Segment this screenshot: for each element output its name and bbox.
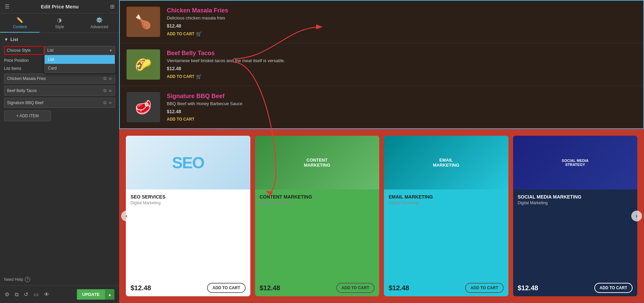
menu-item-0-title: Chicken Masala Fries <box>167 7 637 14</box>
card-content-title: CONTENT MARKETING <box>260 194 375 200</box>
menu-item-2-desc: BBQ Beef with Honey Barbecue Sauce <box>167 101 637 106</box>
card-email: EMAILMARKETING EMAIL MARKETING Digital M… <box>384 136 508 296</box>
tab-content-label: Content <box>13 25 27 29</box>
style-tab-icon: ◑ <box>57 17 62 23</box>
dropdown-item-card[interactable]: Card <box>45 64 115 73</box>
main-content-area: 🍗 Chicken Masala Fries Delicious chicken… <box>119 0 644 303</box>
seo-img-content: SEO <box>126 136 250 189</box>
content-tab-icon: ✏️ <box>16 17 23 23</box>
card-content-price: $12.48 <box>260 284 280 292</box>
menu-item-0-info: Chicken Masala Fries Delicious chicken m… <box>167 7 637 37</box>
list-item-2-copy-icon[interactable]: ⧉ <box>103 100 106 105</box>
menu-item-2-title: Signature BBQ Beef <box>167 93 637 100</box>
card-email-image: EMAILMARKETING <box>384 136 508 189</box>
section-list-label: List <box>10 37 18 42</box>
tab-bar: ✏️ Content ◑ Style ⚙️ Advanced <box>0 13 119 33</box>
list-item-1-delete-icon[interactable]: ✕ <box>108 88 112 93</box>
list-item-0-copy-icon[interactable]: ⧉ <box>103 76 106 81</box>
menu-item-1-title: Beef Belly Tacos <box>167 50 637 57</box>
menu-item-1-price: $12.48 <box>167 66 637 71</box>
menu-item-2-image: 🥩 <box>127 92 160 122</box>
menu-item-2-add-to-cart-label: ADD TO CART <box>167 117 194 122</box>
card-seo-price: $12.48 <box>131 284 151 292</box>
history-icon[interactable]: ↺ <box>24 291 28 298</box>
style-select-wrapper: List Card ▼ List Card <box>44 46 115 55</box>
menu-item-1-image: 🌮 <box>127 49 160 80</box>
menu-item-1-add-to-cart[interactable]: ADD TO CART 🛒 <box>167 74 637 79</box>
card-email-price: $12.48 <box>389 284 409 292</box>
menu-item-2-add-to-cart[interactable]: ADD TO CART <box>167 117 637 122</box>
menu-item-0-image: 🍗 <box>127 7 160 37</box>
layers-icon[interactable]: ⧉ <box>15 292 18 298</box>
card-prev-button[interactable]: ‹ <box>121 211 132 221</box>
hamburger-icon[interactable]: ☰ <box>5 3 9 10</box>
bottom-bar: ⚙ ⧉ ↺ ▭ 👁 UPDATE ▲ <box>0 286 119 303</box>
choose-style-label: Choose Style <box>4 46 44 55</box>
update-dropdown-button[interactable]: ▲ <box>105 290 114 300</box>
tab-content[interactable]: ✏️ Content <box>0 13 40 33</box>
menu-item-2-price: $12.48 <box>167 109 637 114</box>
add-item-label: + ADD ITEM <box>16 114 39 118</box>
card-email-title: EMAIL MARKETING <box>389 194 504 200</box>
card-seo-image: SEO <box>126 136 250 189</box>
list-item-0-delete-icon[interactable]: ✕ <box>108 76 112 81</box>
list-section-header[interactable]: ▼ List <box>4 37 115 42</box>
sidebar: ☰ Edit Price Menu ⊞ ✏️ Content ◑ Style ⚙… <box>0 0 119 303</box>
style-select[interactable]: List Card <box>44 46 115 55</box>
list-item-2-name: Signature BBQ Beef <box>7 100 101 105</box>
card-next-button[interactable]: › <box>631 211 642 221</box>
card-email-subtitle: Digital Marketing <box>389 201 504 205</box>
list-item-1-name: Beef Belly Tacos <box>7 88 101 93</box>
card-seo-add-to-cart[interactable]: ADD TO CART <box>207 283 245 293</box>
tab-advanced-label: Advanced <box>90 25 108 29</box>
choose-style-row: Choose Style List Card ▼ List Card <box>4 46 115 55</box>
settings-icon[interactable]: ⚙ <box>5 291 9 298</box>
list-item-0: Chicken Masala Fries ⧉ ✕ <box>4 74 115 84</box>
grid-icon[interactable]: ⊞ <box>110 3 114 10</box>
advanced-tab-icon: ⚙️ <box>96 17 103 23</box>
card-content-add-to-cart[interactable]: ADD TO CART <box>336 283 375 293</box>
eye-icon[interactable]: 👁 <box>44 292 49 298</box>
card-content-footer: $12.48 ADD TO CART <box>260 283 375 293</box>
menu-item-0-add-to-cart-label: ADD TO CART <box>167 32 194 36</box>
need-help-label: Need Help <box>4 277 23 282</box>
menu-item-0-desc: Delicious chicken masala fries <box>167 15 637 20</box>
price-menu-list-section: 🍗 Chicken Masala Fries Delicious chicken… <box>119 0 644 129</box>
menu-item-row-2: 🥩 Signature BBQ Beef BBQ Beef with Honey… <box>120 86 643 128</box>
list-item-1: Beef Belly Tacos ⧉ ✕ <box>4 86 115 96</box>
menu-item-1-desc: Vientamese beef brisket tacos and the me… <box>167 58 637 63</box>
sidebar-title: Edit Price Menu <box>41 4 79 9</box>
card-email-add-to-cart[interactable]: ADD TO CART <box>465 283 503 293</box>
card-seo: SEO SEO SERVICES Digital Marketing $12.4… <box>126 136 250 296</box>
card-seo-title: SEO SERVICES <box>131 194 246 200</box>
card-social-subtitle: Digital Marketing <box>518 201 633 205</box>
price-position-label: Price Position <box>4 58 44 63</box>
card-content-image: CONTENTMARKETING <box>255 136 380 189</box>
need-help[interactable]: Need Help ? <box>0 273 119 286</box>
card-email-footer: $12.48 ADD TO CART <box>389 283 504 293</box>
card-content: CONTENTMARKETING CONTENT MARKETING Digit… <box>255 136 380 296</box>
list-item-2-delete-icon[interactable]: ✕ <box>108 100 112 105</box>
responsive-icon[interactable]: ▭ <box>34 291 39 298</box>
list-item-1-copy-icon[interactable]: ⧉ <box>103 88 106 93</box>
menu-item-0-price: $12.48 <box>167 23 637 29</box>
cart-icon-1: 🛒 <box>196 74 202 79</box>
list-item-0-name: Chicken Masala Fries <box>7 76 101 81</box>
update-main-button[interactable]: UPDATE <box>77 289 105 300</box>
add-item-button[interactable]: + ADD ITEM <box>4 111 51 121</box>
dropdown-item-list[interactable]: List <box>45 55 115 64</box>
content-img-content: CONTENTMARKETING <box>255 136 380 189</box>
bottom-tool-icons: ⚙ ⧉ ↺ ▭ 👁 <box>5 291 49 298</box>
card-social: SOCIAL MEDIASTRATEGY SOCIAL MEDIA MARKET… <box>513 136 638 296</box>
tab-advanced[interactable]: ⚙️ Advanced <box>80 13 119 33</box>
menu-item-0-add-to-cart[interactable]: ADD TO CART 🛒 <box>167 31 637 37</box>
tab-style[interactable]: ◑ Style <box>40 13 79 33</box>
card-section: ‹ SEO SEO SERVICES Digital Marketing $12… <box>119 129 644 303</box>
card-email-body: EMAIL MARKETING Digital Marketing $12.48… <box>384 189 508 296</box>
menu-item-1-add-to-cart-label: ADD TO CART <box>167 74 194 79</box>
card-social-add-to-cart[interactable]: ADD TO CART <box>594 283 633 293</box>
menu-item-row-1: 🌮 Beef Belly Tacos Vientamese beef brisk… <box>120 43 643 86</box>
style-dropdown-popup: List Card <box>44 55 115 73</box>
email-img-content: EMAILMARKETING <box>384 136 508 189</box>
cart-icon-0: 🛒 <box>196 31 202 37</box>
